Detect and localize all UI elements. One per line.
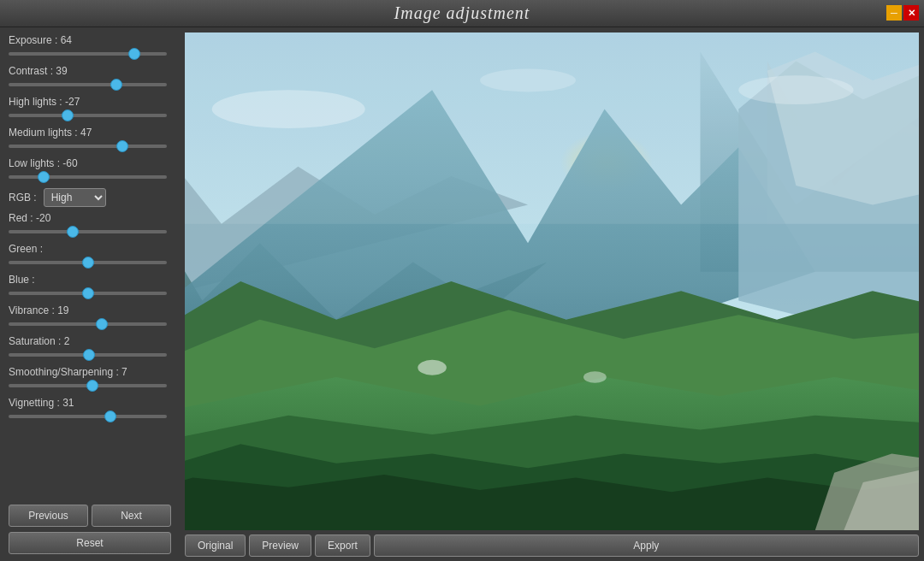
svg-point-20	[212, 90, 365, 128]
exposure-slider[interactable]	[9, 52, 167, 56]
contrast-slider[interactable]	[9, 83, 167, 86]
highlights-control: High lights : -27	[9, 96, 171, 121]
saturation-slider-container	[9, 349, 167, 361]
reset-button[interactable]: Reset	[9, 532, 171, 554]
red-slider[interactable]	[9, 230, 167, 233]
saturation-control: Saturation : 2	[9, 335, 171, 361]
preview-button[interactable]: Preview	[249, 534, 311, 557]
low-lights-slider-container	[9, 171, 167, 183]
blue-slider[interactable]	[9, 292, 167, 295]
smoothing-control: Smoothing/Sharpening : 7	[9, 366, 171, 392]
next-button[interactable]: Next	[92, 505, 171, 527]
titlebar: Image adjustment ─ ✕	[0, 0, 924, 27]
medium-lights-slider[interactable]	[9, 145, 167, 148]
smoothing-slider-container	[9, 380, 167, 392]
original-button[interactable]: Original	[185, 534, 246, 557]
medium-lights-control: Medium lights : 47	[9, 127, 171, 152]
medium-lights-label: Medium lights : 47	[9, 127, 171, 139]
medium-lights-slider-container	[9, 140, 167, 152]
window-controls: ─ ✕	[886, 5, 919, 21]
red-control: Red : -20	[9, 212, 171, 238]
highlights-label: High lights : -27	[9, 96, 171, 108]
svg-rect-19	[185, 32, 919, 224]
rgb-row: RGB : High Medium Low	[9, 188, 171, 207]
svg-point-22	[480, 69, 576, 92]
vibrance-slider[interactable]	[9, 322, 167, 326]
vibrance-control: Vibrance : 19	[9, 304, 171, 330]
red-label: Red : -20	[9, 212, 171, 224]
smoothing-label: Smoothing/Sharpening : 7	[9, 366, 171, 378]
nav-buttons: Previous Next	[9, 505, 171, 527]
blue-slider-container	[9, 287, 167, 299]
exposure-slider-container	[9, 48, 167, 60]
image-area	[185, 32, 919, 530]
exposure-control: Exposure : 64	[9, 34, 171, 60]
vibrance-slider-container	[9, 318, 167, 330]
main-content: Exposure : 64 Contrast : 39 High lights …	[0, 27, 924, 561]
low-lights-slider[interactable]	[9, 175, 167, 179]
smoothing-slider[interactable]	[9, 384, 167, 387]
rgb-select[interactable]: High Medium Low	[44, 188, 106, 207]
blue-label: Blue :	[9, 274, 171, 286]
rgb-label: RGB :	[9, 192, 37, 204]
contrast-slider-container	[9, 79, 167, 91]
blue-control: Blue :	[9, 274, 171, 299]
bottom-buttons: Previous Next Reset	[9, 498, 171, 554]
low-lights-control: Low lights : -60	[9, 157, 171, 183]
vignetting-control: Vignetting : 31	[9, 397, 171, 422]
vibrance-label: Vibrance : 19	[9, 304, 171, 316]
vignetting-slider[interactable]	[9, 415, 167, 418]
svg-point-21	[738, 75, 853, 104]
exposure-label: Exposure : 64	[9, 34, 171, 46]
mountain-image	[185, 32, 919, 530]
apply-button[interactable]: Apply	[374, 534, 919, 557]
app-title: Image adjustment	[394, 3, 530, 23]
contrast-control: Contrast : 39	[9, 65, 171, 91]
close-button[interactable]: ✕	[903, 5, 919, 21]
red-slider-container	[9, 226, 167, 238]
previous-button[interactable]: Previous	[9, 505, 88, 527]
low-lights-label: Low lights : -60	[9, 157, 171, 169]
highlights-slider-container	[9, 109, 167, 121]
contrast-label: Contrast : 39	[9, 65, 171, 77]
left-panel: Exposure : 64 Contrast : 39 High lights …	[0, 27, 180, 561]
export-button[interactable]: Export	[315, 534, 370, 557]
right-panel: Original Preview Export Apply	[180, 27, 924, 561]
action-bar: Original Preview Export Apply	[185, 530, 919, 561]
svg-point-14	[583, 371, 607, 382]
minimize-button[interactable]: ─	[886, 5, 902, 21]
green-slider[interactable]	[9, 261, 167, 264]
highlights-slider[interactable]	[9, 114, 167, 117]
vignetting-slider-container	[9, 410, 167, 422]
green-control: Green :	[9, 243, 171, 269]
green-slider-container	[9, 257, 167, 269]
vignetting-label: Vignetting : 31	[9, 397, 171, 409]
saturation-slider[interactable]	[9, 353, 167, 357]
svg-point-13	[418, 360, 447, 375]
green-label: Green :	[9, 243, 171, 255]
saturation-label: Saturation : 2	[9, 335, 171, 347]
